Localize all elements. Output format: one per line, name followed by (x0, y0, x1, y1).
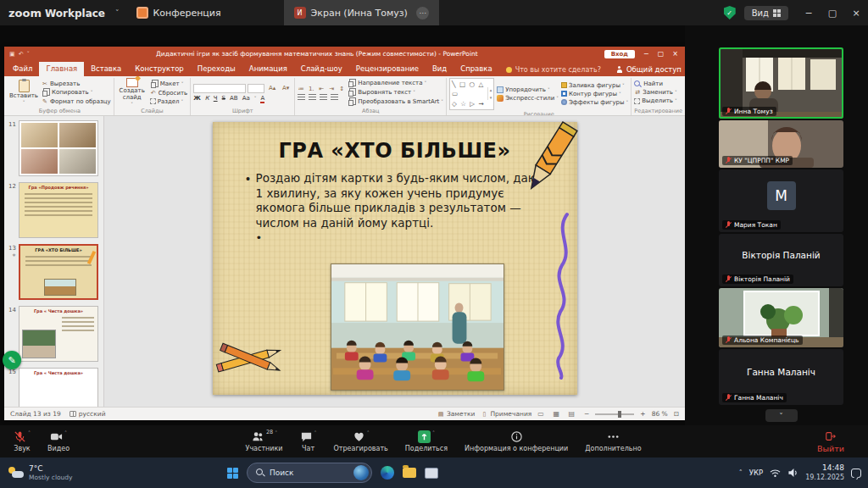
tab-transitions[interactable]: Переходы (191, 62, 242, 76)
reset-button[interactable]: ↶Сбросить (150, 90, 188, 97)
view-switcher-icons[interactable]: ▭ ▦ ▤ (537, 410, 578, 418)
shape-outline-button[interactable]: Контур фигуры˅ (561, 91, 628, 97)
shape-fill-button[interactable]: Заливка фигуры˅ (561, 82, 628, 89)
participant-tile-inna[interactable]: Инна Томуз (719, 47, 843, 119)
browser-app-icon[interactable] (381, 466, 394, 480)
tab-options-icon[interactable]: ⋯ (416, 7, 429, 19)
strikethrough-button[interactable]: S (222, 95, 225, 102)
chat-chevron[interactable]: ˄ (314, 430, 317, 435)
tab-design[interactable]: Конструктор (128, 62, 191, 76)
audio-options-chevron[interactable]: ˄ (28, 430, 31, 435)
thumbnail-slide-12[interactable]: 12 Гра «Продовж речення» (4, 182, 101, 238)
shrink-font-button[interactable]: А▾ (280, 85, 292, 92)
view-button[interactable]: Вид (744, 6, 788, 20)
shapes-scroll-up-icon[interactable]: ▴ (490, 87, 492, 92)
justify-icon[interactable] (331, 94, 338, 100)
wifi-icon[interactable] (770, 469, 781, 478)
align-left-icon[interactable] (298, 94, 305, 100)
tab-view[interactable]: Вид (426, 62, 453, 76)
chat-button[interactable]: ˄ Чат (292, 425, 326, 458)
zoom-in-button[interactable]: + (640, 410, 645, 418)
tab-insert[interactable]: Вставка (84, 62, 128, 76)
participants-button[interactable]: 28 ˄ Участники (237, 425, 292, 458)
notification-center-icon[interactable] (851, 469, 861, 478)
audio-button[interactable]: ˄ Звук (5, 425, 39, 458)
shapes-gallery[interactable]: ╲ □ ○ △ ▭ ◇ ☆ ▷ → ▴ ▾ (449, 78, 494, 110)
tray-overflow-chevron[interactable]: ˄ (739, 469, 743, 477)
thumbnail-slide-11[interactable]: 11 (4, 120, 101, 176)
grow-font-button[interactable]: А▴ (266, 85, 278, 92)
cut-button[interactable]: ✂Вырезать (42, 80, 111, 87)
new-slide-button[interactable]: Создать слайд ˅ (117, 78, 147, 107)
bold-button[interactable]: Ж (193, 95, 201, 102)
zoom-slider[interactable] (595, 413, 634, 415)
video-button[interactable]: ˄ Видео (39, 425, 78, 458)
share-chevron[interactable]: ˄ (432, 430, 435, 435)
font-name-select[interactable] (193, 84, 246, 93)
font-color-button[interactable]: А (260, 95, 264, 102)
increase-indent-button[interactable]: ⇥ (328, 86, 335, 92)
slide-editor-area[interactable]: ГРА «ХТО БІЛЬШЕ» • Роздаю дітям картки з… (104, 116, 685, 407)
arrange-button[interactable]: Упорядочить˅ (497, 86, 559, 93)
tell-me-box[interactable]: Что вы хотите сделать? (499, 64, 608, 76)
participant-tile-maria[interactable]: М Мария Токан (719, 169, 843, 232)
react-chevron[interactable]: ˄ (367, 430, 370, 435)
select-button[interactable]: Выделить˅ (634, 97, 676, 104)
participant-tile-viktoria[interactable]: Вікторія Паланій Вікторія Паланій (719, 234, 843, 286)
section-button[interactable]: Раздел˅ (150, 98, 188, 105)
smartart-button[interactable]: Преобразовать в SmartArt˅ (348, 98, 443, 106)
taskbar-clock[interactable]: 14:48 19.12.2025 (805, 463, 844, 481)
thumbnail-slide-13-selected[interactable]: 13∗ ГРА «ХТО БІЛЬШЕ» (4, 244, 101, 300)
save-icon[interactable]: ▣ (9, 51, 15, 58)
react-button[interactable]: ˄ Отреагировать (326, 425, 397, 458)
share-document-button[interactable]: Общий доступ (608, 63, 690, 76)
app-window-icon[interactable] (425, 468, 438, 479)
zoom-out-button[interactable]: − (584, 410, 589, 418)
align-text-button[interactable]: Выровнять текст˅ (348, 89, 443, 97)
shapes-scroll-down-icon[interactable]: ▾ (490, 95, 492, 100)
comments-button[interactable]: ▯Примечания (481, 410, 531, 418)
line-spacing-button[interactable]: ↕ (338, 86, 345, 92)
undo-icon[interactable]: ↶ (19, 51, 24, 58)
align-right-icon[interactable] (320, 94, 327, 100)
logo-chevron-icon[interactable]: ˅ (108, 8, 126, 17)
participants-chevron[interactable]: ˄ (275, 430, 277, 435)
leave-button[interactable]: Выйти (809, 425, 853, 458)
change-case-button[interactable]: Аа (242, 95, 250, 102)
format-painter-button[interactable]: ✎Формат по образцу (42, 98, 111, 105)
shapes-row1[interactable]: ╲ □ ○ △ ▭ (452, 80, 486, 99)
quick-access-toolbar[interactable]: ▣ ↶ ˅ (7, 51, 30, 58)
maximize-button[interactable]: ▢ (821, 0, 844, 25)
tab-file[interactable]: Файл (6, 62, 39, 76)
tab-meeting[interactable]: Конференция (126, 0, 231, 25)
tab-review[interactable]: Рецензирование (349, 62, 426, 76)
participant-tile-hanna[interactable]: Ганна Маланіч Ганна Маланіч (719, 349, 843, 405)
thumbnail-slide-15[interactable]: 15 Гра « Чиста дошка» (4, 368, 101, 407)
zoom-percentage[interactable]: 86 % (652, 410, 668, 418)
speaker-icon[interactable] (787, 468, 798, 478)
shapes-row2[interactable]: ◇ ☆ ▷ → (452, 99, 486, 108)
numbering-button[interactable]: 1. (308, 86, 314, 92)
current-slide-canvas[interactable]: ГРА «ХТО БІЛЬШЕ» • Роздаю дітям картки з… (213, 122, 577, 395)
tab-slideshow[interactable]: Слайд-шоу (294, 62, 349, 76)
collapse-participants-button[interactable]: ˅ (765, 409, 798, 422)
shape-effects-button[interactable]: Эффекты фигуры˅ (561, 99, 628, 106)
signin-button[interactable]: Вход (604, 50, 635, 58)
notes-button[interactable]: ▤Заметки (437, 410, 475, 418)
file-explorer-icon[interactable] (403, 468, 416, 478)
qat-chevron-icon[interactable]: ˅ (27, 51, 31, 58)
fit-slide-button[interactable]: ⊡ (674, 410, 679, 418)
tab-animations[interactable]: Анимация (242, 62, 294, 76)
quick-styles-button[interactable]: Экспресс-стили˅ (497, 95, 559, 102)
ppt-close-button[interactable]: × (668, 50, 682, 58)
copy-button[interactable]: Копировать˅ (42, 89, 111, 97)
tab-help[interactable]: Справка (453, 62, 498, 76)
decrease-indent-button[interactable]: ⇤ (318, 86, 325, 92)
video-options-chevron[interactable]: ˄ (64, 430, 67, 435)
align-center-icon[interactable] (309, 94, 316, 100)
share-screen-button[interactable]: ˄ Поделиться (397, 425, 456, 458)
participant-tile-alona[interactable]: Альона Компанієць (719, 288, 843, 347)
keyboard-language[interactable]: УКР (749, 469, 763, 477)
paste-button[interactable]: Вставить ˅ (8, 78, 39, 107)
participant-tile-ku[interactable]: КУ "ЦПРПП" КМР (719, 120, 843, 168)
